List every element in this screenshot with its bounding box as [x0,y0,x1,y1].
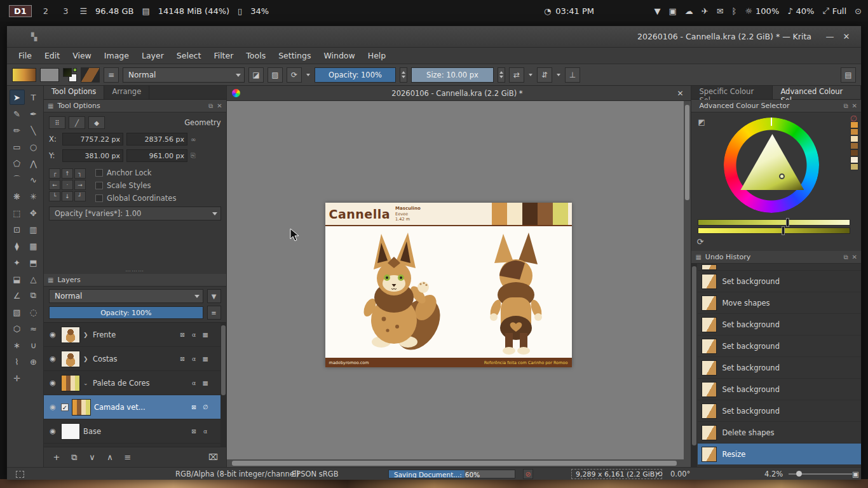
tool-rect-select-icon[interactable]: ▧ [10,304,25,320]
tool-zoom-icon[interactable]: ⊕ [26,354,41,369]
layer-opacity-slider[interactable]: Opacity: 100% [49,306,203,319]
move-layer-up-button[interactable]: ∧ [102,451,118,464]
tool-freehand-brush-icon[interactable]: ✏ [10,123,25,138]
colour-selector-header[interactable]: Advanced Colour Selector ⧉ ✕ [691,100,861,112]
workspace-indicator-active[interactable]: D1 [9,5,32,17]
alpha-disabled-icon[interactable]: ∅ [201,403,210,410]
grid-icon[interactable]: ▦ [201,331,210,338]
fullscreen-widget[interactable]: ⤢ Full [822,6,846,16]
menu-layer[interactable]: Layer [135,49,170,62]
tool-text-icon[interactable]: T [26,90,41,105]
lock-icon[interactable]: ⊠ [190,428,198,435]
volume-widget[interactable]: ♪ 40% [787,6,814,16]
menu-help[interactable]: Help [362,49,393,62]
foreground-background-color-chip[interactable] [63,68,77,82]
tray-expand-icon[interactable]: ▼ [654,6,661,16]
brightness-widget[interactable]: ☼ 100% [745,6,779,16]
float-docker-icon[interactable]: ⧉ [208,102,213,110]
expand-group-icon[interactable]: ❯ [83,356,90,362]
menu-window[interactable]: Window [317,49,361,62]
layer-checkbox-checked[interactable]: ✓ [61,403,69,411]
anchor-bottom-left[interactable]: └ [49,191,60,201]
layer-blending-mode-select[interactable]: Normal [49,289,203,303]
menu-tools[interactable]: Tools [240,49,272,62]
tool-magnetic-select-icon[interactable]: ⌇ [10,354,25,369]
mirror-vertical-caret-icon[interactable] [556,67,561,83]
anchor-top-left[interactable]: ┌ [49,168,60,179]
visibility-eye-icon[interactable]: ◉ [48,403,58,411]
tool-transform-icon[interactable]: ⬚ [10,205,25,220]
move-layer-down-button[interactable]: ∨ [85,451,100,464]
eraser-mode-button[interactable]: ◪ [248,67,264,83]
canvas-close-icon[interactable]: ✕ [674,89,686,98]
tab-advanced-colour-selector[interactable]: Advanced Colour Sel... [773,86,861,99]
tool-crop-icon[interactable]: ⊡ [10,222,25,237]
tool-freehand-path-icon[interactable]: ∿ [26,172,41,187]
float-docker-icon[interactable]: ⧉ [843,254,848,261]
history-swatch[interactable] [850,156,858,163]
shape-opacity-dropdown[interactable]: Opacity [*varies*]: 1.00 [49,207,221,220]
tool-assistants-icon[interactable]: △ [26,271,41,287]
tool-options-header[interactable]: ▦ Tool Options ⧉ ✕ [44,100,226,112]
canvas-horizontal-scrollbar[interactable] [227,459,691,467]
anchor-lock-checkbox[interactable]: Anchor Lock [95,168,176,177]
anchor-top[interactable]: ↑ [62,168,73,179]
anchor-center[interactable]: · [62,180,73,190]
anchor-bottom[interactable]: ↓ [62,191,73,201]
layer-row-frente[interactable]: ◉ ❯ Frente ⊠ α ▦ [44,323,226,347]
expand-group-icon[interactable]: ❯ [83,332,90,338]
brush-editor-button[interactable]: ≡ [104,67,119,83]
tool-fill-icon[interactable]: ⬒ [26,255,41,270]
layer-properties-button[interactable]: ≡ [120,451,135,464]
close-docker-icon[interactable]: ✕ [852,102,857,109]
tool-pan-icon[interactable]: ✛ [10,370,25,386]
canvas-angle-value[interactable]: 0.00° [670,468,690,480]
tool-ellipse-icon[interactable]: ○ [26,139,41,154]
scrollbar-thumb[interactable] [221,325,226,395]
history-swatch[interactable] [850,121,858,128]
layer-filter-button[interactable]: ▼ [207,289,221,303]
menu-image[interactable]: Image [98,49,135,62]
scrollbar-thumb[interactable] [685,105,689,200]
tool-select-shapes-icon[interactable]: ➤ [10,90,25,105]
y-position-field[interactable] [62,149,123,162]
expand-group-icon[interactable]: ⌄ [83,380,90,386]
wrap-around-button[interactable]: ⊥ [565,67,580,83]
tool-bezier-curve-icon[interactable]: ⌒ [10,172,25,187]
tool-multibrush-icon[interactable]: ✳ [26,189,41,204]
duplicate-layer-button[interactable]: ⧉ [67,451,82,464]
workspace-indicator-2[interactable]: 2 [40,6,51,17]
tool-gradient-icon[interactable]: ▥ [26,222,41,237]
selector-shape-chooser-icon[interactable]: ◩ [698,118,705,126]
alpha-icon[interactable]: α [190,331,198,338]
mirror-vertical-button[interactable]: ⇵ [537,67,552,83]
strip-marker[interactable] [782,226,785,235]
tool-similar-select-icon[interactable]: ∗ [10,337,25,353]
tool-dynamic-brush-icon[interactable]: ❋ [10,189,25,204]
reload-preset-button[interactable]: ⟳ [287,67,302,83]
brush-size-spinner[interactable] [498,67,505,83]
lock-icon[interactable]: ⊠ [179,355,187,362]
tool-color-sampler-icon[interactable]: ⧫ [10,238,25,254]
tab-specific-colour-selector[interactable]: Specific Colour Sel... [691,86,773,99]
visibility-eye-icon[interactable]: ◉ [48,427,58,435]
docker-splitter[interactable]: ⋯⋯⋯ [44,268,226,274]
tool-reference-images-icon[interactable]: ⧉ [26,288,41,303]
x-position-field[interactable] [62,133,123,146]
strip-marker[interactable] [786,218,789,227]
tool-rectangle-icon[interactable]: ▭ [10,139,25,154]
window-titlebar[interactable]: ▚ 20260106 - Cannella.kra (2.2 GiB) * — … [7,26,861,48]
copy-size-icon[interactable]: ⎘ [191,152,196,159]
telegram-icon[interactable]: ✈ [702,6,709,16]
lock-icon[interactable]: ⊠ [179,331,187,338]
fill-options-button[interactable]: ◆ [88,116,105,129]
tool-edit-shapes-icon[interactable]: ✎ [10,106,25,121]
canvas-vertical-scrollbar[interactable] [684,101,691,459]
tool-measure-icon[interactable]: ∠ [10,288,25,303]
close-docker-icon[interactable]: ✕ [852,254,857,261]
menu-edit[interactable]: Edit [38,49,66,62]
opacity-spinner[interactable] [400,67,407,83]
undo-row[interactable]: Set background [698,400,861,422]
canvas-viewport[interactable]: Cannella Masculino Eevee 1.42 m [227,101,691,459]
undo-row-selected[interactable]: Resize [698,444,861,465]
